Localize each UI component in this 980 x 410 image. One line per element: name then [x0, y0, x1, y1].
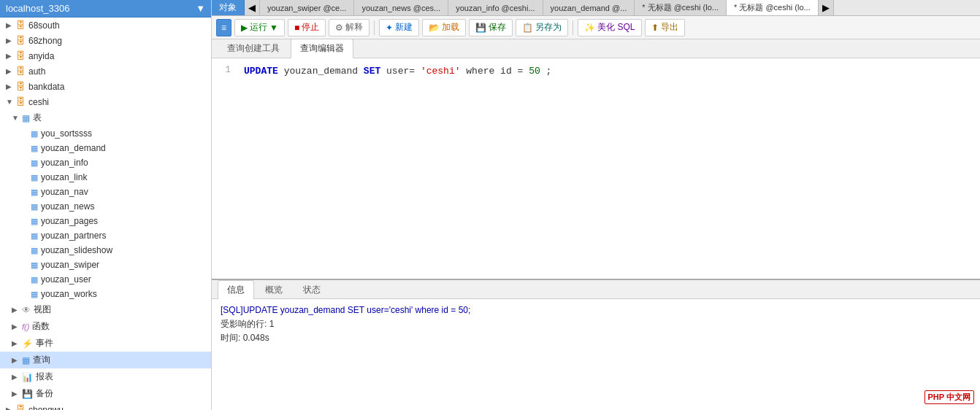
table-icon: ▦	[31, 202, 38, 212]
sidebar-item-68south[interactable]: ▶🗄68south	[0, 18, 211, 33]
stop-label: 停止	[302, 21, 319, 34]
sidebar-item-auth[interactable]: ▶🗄auth	[0, 63, 211, 79]
table-icon: ▦	[31, 217, 38, 226]
sidebar-item-label: youzan_demand	[41, 143, 106, 153]
expand-arrow: ▶	[12, 356, 19, 364]
sql-col-name: user=	[386, 66, 415, 77]
event-icon: ⚡	[22, 339, 33, 349]
top-tab-4[interactable]: * 无标题 @ceshi (lo...	[635, 0, 727, 16]
expand-arrow: ▶	[6, 406, 13, 410]
report-icon: 📊	[22, 372, 33, 382]
sub-tab-query-editor[interactable]: 查询编辑器	[291, 39, 353, 58]
bottom-tabs: 信息 概览 状态	[212, 280, 980, 299]
sidebar-item-label: youzan_works	[41, 289, 97, 299]
bottom-tab-info[interactable]: 信息	[218, 280, 254, 299]
sidebar-item-label: ceshi	[28, 97, 49, 107]
load-button[interactable]: 📂 加载	[422, 19, 466, 36]
sidebar-item-biao[interactable]: ▼▦表	[0, 109, 211, 126]
sidebar-item-youzan_swiper[interactable]: ▦youzan_swiper	[0, 258, 211, 272]
expand-arrow: ▶	[6, 36, 13, 45]
sidebar-item-label: 事件	[36, 337, 53, 349]
top-tab-list: youzan_swiper @ce...youzan_news @ces...y…	[260, 0, 819, 16]
folder-table-icon: ▦	[22, 113, 30, 123]
sidebar-item-youzan_info[interactable]: ▦youzan_info	[0, 155, 211, 170]
sidebar-item-label: youzan_partners	[41, 231, 106, 241]
editor-area[interactable]: 1 UPDATE youzan_demand SET user= 'ceshi'…	[212, 58, 980, 279]
export-icon: ⬆	[651, 23, 659, 33]
sidebar-item-label: youzan_info	[41, 158, 88, 168]
run-label: 运行	[250, 21, 267, 34]
table-icon: ▦	[31, 290, 38, 299]
sidebar-collapse-icon[interactable]: ▼	[196, 3, 205, 14]
sidebar-item-youzan_works[interactable]: ▦youzan_works	[0, 287, 211, 301]
sidebar-item-label: 备份	[36, 387, 53, 400]
view-icon: 👁	[22, 305, 31, 315]
sidebar-item-youzan_nav[interactable]: ▦youzan_nav	[0, 185, 211, 199]
sidebar-item-youzan_pages[interactable]: ▦youzan_pages	[0, 214, 211, 228]
table-icon: ▦	[31, 275, 38, 285]
saveas-button[interactable]: 📋 另存为	[516, 19, 568, 36]
result-sql: [SQL]UPDATE youzan_demand SET user='cesh…	[221, 305, 971, 315]
expand-arrow: ▼	[6, 98, 13, 106]
bottom-tab-overview[interactable]: 概览	[256, 280, 292, 299]
sidebar-item-baobiao[interactable]: ▶📊报表	[0, 368, 211, 385]
top-tab-0[interactable]: youzan_swiper @ce...	[260, 0, 354, 16]
beautify-button[interactable]: ✨ 美化 SQL	[578, 19, 641, 36]
top-tab-2[interactable]: youzan_info @ceshi...	[448, 0, 543, 16]
table-icon: ▦	[31, 129, 38, 139]
saveas-label: 另存为	[535, 21, 562, 34]
new-button[interactable]: ✦ 新建	[379, 19, 419, 36]
toolbar-menu-btn[interactable]: ≡	[216, 19, 231, 36]
db-icon: 🗄	[16, 66, 26, 77]
export-label: 导出	[661, 21, 678, 34]
sidebar-item-youzan_news[interactable]: ▦youzan_news	[0, 199, 211, 214]
bottom-tab-status[interactable]: 状态	[294, 280, 330, 299]
sidebar-item-shitu[interactable]: ▶👁视图	[0, 301, 211, 318]
sidebar-item-youzan_demand[interactable]: ▦youzan_demand	[0, 141, 211, 155]
run-button[interactable]: ▶ 运行 ▼	[234, 19, 285, 36]
export-button[interactable]: ⬆ 导出	[645, 19, 685, 36]
sidebar-item-bankdata[interactable]: ▶🗄bankdata	[0, 79, 211, 94]
stop-icon: ■	[294, 23, 299, 33]
sidebar-item-ceshi[interactable]: ▼🗄ceshi	[0, 94, 211, 109]
sidebar-item-you_sortssss[interactable]: ▦you_sortssss	[0, 126, 211, 141]
sidebar-item-chaxun[interactable]: ▶▦查询	[0, 352, 211, 368]
sidebar-item-youzan_user[interactable]: ▦youzan_user	[0, 272, 211, 287]
top-tab-5[interactable]: * 无标题 @ceshi (lo...	[727, 0, 819, 16]
toolbar: ≡ ▶ 运行 ▼ ■ 停止 ⚙ 解释 ✦ 新建 📂 加载 💾 保存 📋	[212, 16, 980, 39]
sidebar-item-label: 68zhong	[28, 36, 62, 46]
sidebar-item-beifen[interactable]: ▶💾备份	[0, 385, 211, 402]
sidebar-item-label: 视图	[34, 303, 51, 316]
editor-content[interactable]: UPDATE youzan_demand SET user= 'ceshi' w…	[244, 64, 974, 79]
top-tab-1[interactable]: youzan_news @ces...	[354, 0, 448, 16]
table-icon: ▦	[31, 144, 38, 153]
table-icon: ▦	[31, 158, 38, 168]
load-label: 加载	[442, 21, 459, 34]
sidebar-item-shijian[interactable]: ▶⚡事件	[0, 335, 211, 352]
sidebar-item-youzan_partners[interactable]: ▦youzan_partners	[0, 228, 211, 243]
sidebar-item-68zhong[interactable]: ▶🗄68zhong	[0, 33, 211, 48]
sidebar-item-youzan_slideshow[interactable]: ▦youzan_slideshow	[0, 243, 211, 258]
sidebar-item-label: youzan_news	[41, 201, 94, 212]
line-numbers: 1	[212, 58, 234, 81]
save-button[interactable]: 💾 保存	[469, 19, 513, 36]
top-tab-3[interactable]: youzan_demand @...	[543, 0, 635, 16]
sidebar-item-hanshu[interactable]: ▶f()函数	[0, 318, 211, 335]
sub-tab-query-builder[interactable]: 查询创建工具	[218, 39, 289, 58]
sidebar-item-label: 68south	[28, 20, 60, 31]
stop-button[interactable]: ■ 停止	[288, 19, 326, 36]
expand-arrow: ▶	[12, 390, 19, 398]
sidebar-item-chongwu[interactable]: ▶🗄chongwu	[0, 402, 211, 410]
db-icon: 🗄	[16, 404, 26, 410]
new-label: 新建	[395, 21, 413, 34]
sidebar-item-label: bankdata	[28, 82, 64, 92]
sidebar-item-youzan_link[interactable]: ▦youzan_link	[0, 170, 211, 185]
saveas-icon: 📋	[522, 23, 533, 33]
explain-button[interactable]: ⚙ 解释	[329, 19, 370, 36]
sidebar-item-anyida[interactable]: ▶🗄anyida	[0, 48, 211, 63]
sidebar-item-label: youzan_user	[41, 274, 91, 285]
tab-nav-right[interactable]: ▶	[819, 0, 834, 16]
explain-label: 解释	[345, 21, 363, 34]
tab-nav-left[interactable]: ◀	[245, 0, 260, 16]
tab-object[interactable]: 对象	[212, 0, 245, 16]
